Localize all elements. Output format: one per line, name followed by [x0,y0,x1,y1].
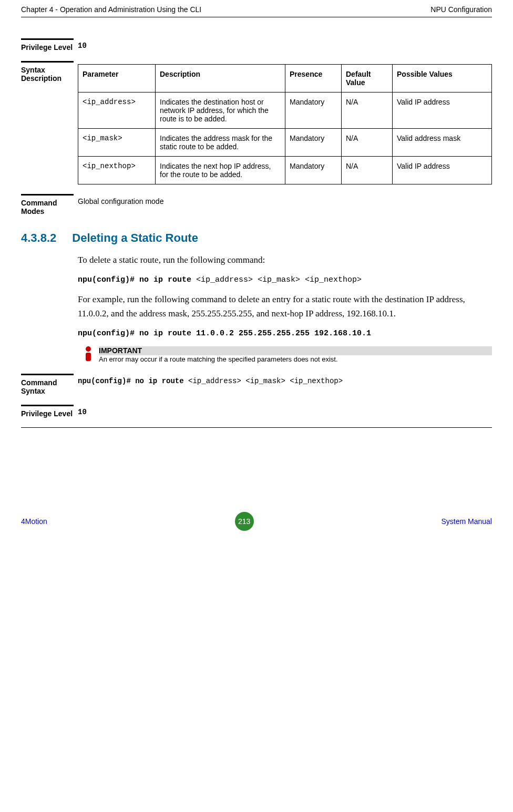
footer-divider [21,427,492,428]
th-parameter: Parameter [78,65,156,92]
cell-possible: Valid IP address [393,92,492,129]
command-syntax-label: Command Syntax [21,374,74,395]
cell-presence: Mandatory [285,129,342,157]
footer-right: System Manual [442,517,492,526]
table-header-row: Parameter Description Presence Default V… [78,65,492,92]
syntax-description-label: Syntax Description [21,61,74,83]
header-left: Chapter 4 - Operation and Administration… [21,5,201,14]
cell-default: N/A [342,157,393,184]
th-presence: Presence [285,65,342,92]
th-possible: Possible Values [393,65,492,92]
privilege-level-label: Privilege Level [21,405,74,418]
cell-possible: Valid address mask [393,129,492,157]
section-title: Deleting a Static Route [72,231,198,245]
header-divider [21,17,492,17]
command-modes-value: Global configuration mode [78,194,492,205]
cell-param: <ip_nexthop> [78,157,156,184]
th-default: Default Value [342,65,393,92]
section-number: 4.3.8.2 [21,231,56,245]
cmd-args: <ip_address> <ip_mask> <ip_nexthop> [188,377,343,385]
paragraph: For example, run the following command t… [78,293,492,321]
table-row: <ip_mask> Indicates the address mask for… [78,129,492,157]
cell-presence: Mandatory [285,157,342,184]
cmd-bold: npu(config)# no ip route [78,275,196,284]
privilege-level-label: Privilege Level [21,38,74,52]
cell-possible: Valid IP address [393,157,492,184]
privilege-level-value: 10 [78,405,492,416]
cell-default: N/A [342,129,393,157]
th-description: Description [156,65,285,92]
info-icon [85,346,92,361]
header-right: NPU Configuration [430,5,492,14]
cell-desc: Indicates the next hop IP address, for t… [156,157,285,184]
privilege-level-value: 10 [78,38,492,50]
command-syntax-value: npu(config)# no ip route <ip_address> <i… [78,374,492,385]
footer-left: 4Motion [21,517,47,526]
table-row: <ip_nexthop> Indicates the next hop IP a… [78,157,492,184]
important-note: IMPORTANT An error may occur if a route … [78,346,492,363]
syntax-table: Parameter Description Presence Default V… [78,64,492,184]
cell-default: N/A [342,92,393,129]
command-modes-label: Command Modes [21,194,74,215]
command-example: npu(config)# no ip route 11.0.0.2 255.25… [78,329,492,338]
cell-presence: Mandatory [285,92,342,129]
command-example: npu(config)# no ip route <ip_address> <i… [78,275,492,284]
page-number-badge: 213 [235,512,254,531]
cell-param: <ip_address> [78,92,156,129]
paragraph: To delete a static route, run the follow… [78,253,492,267]
cell-param: <ip_mask> [78,129,156,157]
cmd-args: <ip_address> <ip_mask> <ip_nexthop> [196,275,362,284]
cell-desc: Indicates the destination host or networ… [156,92,285,129]
table-row: <ip_address> Indicates the destination h… [78,92,492,129]
cmd-bold: npu(config)# no ip route [78,377,188,385]
important-text: An error may occur if a route matching t… [99,355,492,363]
cell-desc: Indicates the address mask for the stati… [156,129,285,157]
important-title: IMPORTANT [99,346,492,355]
